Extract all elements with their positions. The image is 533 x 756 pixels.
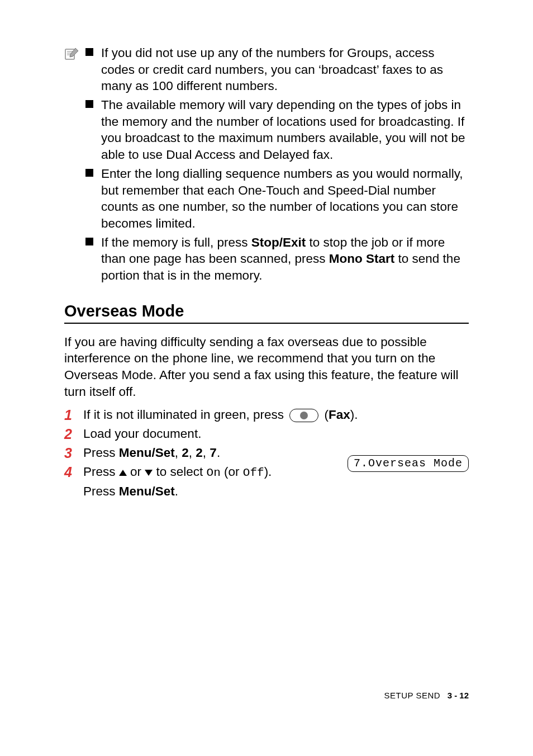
steps-list: 1 If it is not illuminated in green, pre… [64,407,469,499]
square-bullet-icon [85,100,93,108]
square-bullet-icon [85,169,93,177]
text-fragment: If it is not illuminated in green, press [83,408,287,422]
bullet-item: The available memory will vary depending… [85,97,469,163]
stop-exit-label: Stop/Exit [251,235,306,249]
lcd-value: On [207,466,221,479]
note-bullet-list: If you did not use up any of the numbers… [85,45,469,286]
text-fragment: Press [83,484,119,498]
text-fragment: , [189,446,196,460]
footer-page-number: 3 - 12 [448,691,469,700]
text-fragment: ( [321,408,329,422]
text-fragment: If the memory is full, press [101,235,251,249]
fax-button-icon [289,409,318,422]
text-fragment: to select [153,465,206,479]
key-label: 2 [196,446,203,460]
menu-set-label: Menu/Set [119,446,175,460]
bullet-text: The available memory will vary depending… [101,97,469,163]
bullet-text: If the memory is full, press Stop/Exit t… [101,234,469,284]
step-number: 4 [64,464,75,480]
footer-section-label: SETUP SEND [384,691,441,700]
step-number: 1 [64,407,75,423]
intro-paragraph: If you are having difficulty sending a f… [64,334,469,400]
bullet-text: Enter the long dialling sequence numbers… [101,166,469,232]
bullet-text: If you did not use up any of the numbers… [101,45,469,94]
square-bullet-icon [85,48,93,56]
text-fragment: , [203,446,210,460]
note-block: If you did not use up any of the numbers… [64,45,469,286]
fax-label: Fax [329,408,350,422]
step-number: 2 [64,426,75,442]
square-bullet-icon [85,238,93,245]
text-fragment: . [217,446,220,460]
step-text: If it is not illuminated in green, press… [83,407,469,423]
step-text: Load your document. [83,426,469,442]
bullet-item: If the memory is full, press Stop/Exit t… [85,234,469,284]
section-heading: Overseas Mode [64,302,469,320]
step-number: 3 [64,445,75,461]
mono-start-label: Mono Start [329,252,395,266]
note-pencil-icon [64,46,80,64]
down-arrow-icon [145,470,153,476]
page-footer: SETUP SEND 3 - 12 [384,691,469,700]
text-fragment: , [175,446,182,460]
lcd-display: 7.Overseas Mode [348,455,469,472]
text-fragment: (or [221,465,243,479]
step-item: 2 Load your document. [64,426,469,442]
text-fragment: or [127,465,145,479]
bullet-item: Enter the long dialling sequence numbers… [85,166,469,232]
text-fragment: . [175,484,178,498]
key-label: 7 [210,446,217,460]
step-item: 1 If it is not illuminated in green, pre… [64,407,469,423]
bullet-item: If you did not use up any of the numbers… [85,45,469,94]
key-label: 2 [182,446,189,460]
text-fragment: Press [83,465,119,479]
up-arrow-icon [119,470,127,476]
lcd-value: Off [243,466,264,479]
step-substep: Press Menu/Set. [83,483,469,500]
menu-set-label: Menu/Set [119,484,175,498]
heading-rule [64,323,469,324]
text-fragment: ). [350,408,358,422]
text-fragment: Press [83,446,119,460]
text-fragment: ). [264,465,272,479]
